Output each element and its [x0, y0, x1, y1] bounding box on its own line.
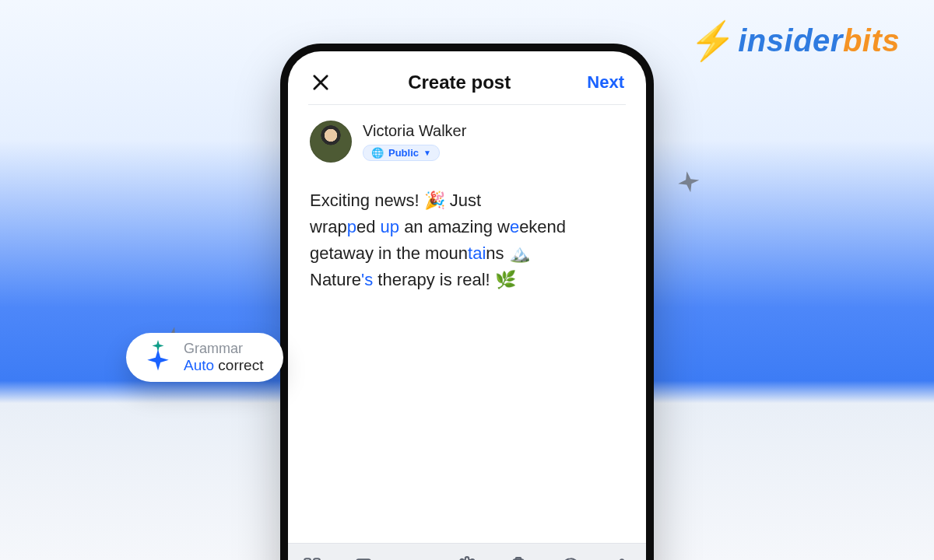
corrected-text: p — [347, 217, 356, 236]
globe-icon: 🌐 — [371, 147, 384, 159]
top-bar: Create post Next — [288, 51, 646, 104]
author-name: Victoria Walker — [363, 122, 466, 140]
avatar[interactable] — [310, 121, 352, 163]
bolt-icon: ⚡ — [690, 19, 737, 63]
composer-text: getaway in the moun — [310, 243, 468, 263]
palette-icon[interactable] — [560, 556, 581, 561]
pill-line-grammar: Grammar — [184, 341, 263, 357]
sparkle-group-icon — [139, 341, 173, 373]
brand-watermark: ⚡ insiderbits — [690, 19, 900, 63]
mic-icon[interactable] — [612, 556, 632, 561]
next-button[interactable]: Next — [587, 72, 624, 93]
grammar-suggestion-pill[interactable]: Grammar Auto correct — [126, 333, 283, 382]
corrected-text: up — [381, 217, 399, 236]
post-composer[interactable]: Exciting news! 🎉 Justwrapped up an amazi… — [288, 170, 646, 293]
sparkle-icon — [676, 170, 703, 197]
keyboard-toolbar: GIF — [288, 543, 646, 560]
author-meta: Victoria Walker 🌐 Public ▼ — [363, 122, 466, 161]
pill-line-auto: Auto correct — [184, 357, 263, 374]
audience-selector[interactable]: 🌐 Public ▼ — [363, 145, 440, 161]
corrected-text: tai — [468, 243, 486, 263]
composer-text: Exciting news! 🎉 Just — [310, 191, 481, 210]
corrected-text: 's — [361, 270, 373, 289]
audience-label: Public — [388, 147, 419, 159]
chevron-down-icon: ▼ — [423, 149, 431, 157]
divider — [308, 104, 626, 105]
clipboard-icon[interactable] — [508, 556, 528, 561]
composer-text: Nature — [310, 270, 361, 289]
stage: ⚡ insiderbits Create post Next Victoria … — [0, 0, 934, 560]
brand-text-2: bits — [843, 23, 900, 58]
corrected-text: e — [510, 217, 519, 236]
phone-frame: Create post Next Victoria Walker 🌐 Publi… — [280, 44, 654, 560]
composer-text: ns 🏔️ — [486, 243, 529, 263]
author-row: Victoria Walker 🌐 Public ▼ — [288, 116, 646, 170]
page-title: Create post — [408, 72, 511, 93]
composer-text: ed — [356, 217, 381, 236]
composer-text: an amazing w — [399, 217, 510, 236]
brand-text-1: insider — [738, 23, 843, 58]
sticker-icon[interactable] — [353, 556, 374, 561]
composer-text: ekend — [519, 217, 566, 236]
apps-icon[interactable] — [302, 556, 322, 561]
gear-icon[interactable] — [457, 556, 477, 561]
close-icon[interactable] — [310, 72, 332, 93]
composer-text: therapy is real! 🌿 — [373, 270, 516, 289]
pill-text: Grammar Auto correct — [184, 341, 263, 374]
composer-text: wrap — [310, 217, 347, 236]
